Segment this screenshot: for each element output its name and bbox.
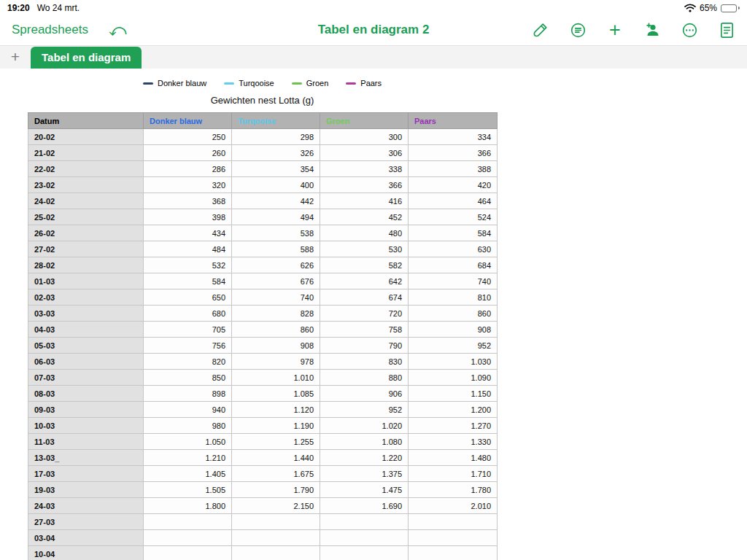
- cell[interactable]: 338: [320, 161, 409, 177]
- cell[interactable]: 908: [232, 338, 320, 354]
- spreadsheets-back-button[interactable]: Spreadsheets: [12, 23, 88, 37]
- cell[interactable]: 828: [232, 306, 320, 322]
- row-header-date[interactable]: 25-02: [28, 209, 144, 225]
- row-header-date[interactable]: 27-02: [28, 241, 144, 257]
- cell[interactable]: 790: [320, 338, 409, 354]
- row-header-date[interactable]: 06-03: [28, 354, 144, 370]
- cell[interactable]: 494: [232, 209, 320, 225]
- row-header-date[interactable]: 28-02: [28, 257, 144, 273]
- cell[interactable]: 1.200: [409, 402, 498, 418]
- cell[interactable]: 1.440: [232, 450, 320, 466]
- sheet-tab-tabel-en-diagram[interactable]: Tabel en diagram: [31, 47, 142, 69]
- cell[interactable]: [320, 546, 409, 560]
- cell[interactable]: [232, 514, 320, 530]
- cell[interactable]: 830: [320, 354, 409, 370]
- row-header-date[interactable]: 22-02: [28, 161, 144, 177]
- column-header[interactable]: Paars: [409, 113, 498, 129]
- cell[interactable]: 1.475: [320, 482, 409, 498]
- cell[interactable]: 980: [144, 418, 232, 434]
- cell[interactable]: 650: [144, 289, 232, 306]
- cell[interactable]: 1.690: [320, 498, 409, 514]
- cell[interactable]: 388: [409, 161, 498, 177]
- row-header-date[interactable]: 04-03: [28, 322, 144, 338]
- cell[interactable]: 434: [144, 225, 232, 241]
- cell[interactable]: [232, 546, 320, 560]
- cell[interactable]: 300: [320, 129, 409, 145]
- cell[interactable]: 705: [144, 322, 232, 338]
- cell[interactable]: 452: [320, 209, 409, 225]
- cell[interactable]: [409, 514, 498, 530]
- cell[interactable]: 530: [320, 241, 409, 257]
- cell[interactable]: 850: [144, 370, 232, 386]
- cell[interactable]: 398: [144, 209, 232, 225]
- cell[interactable]: 298: [232, 129, 320, 145]
- cell[interactable]: 860: [232, 322, 320, 338]
- cell[interactable]: 260: [144, 145, 232, 161]
- cell[interactable]: 416: [320, 193, 409, 209]
- cell[interactable]: 1.150: [409, 386, 498, 402]
- cell[interactable]: 1.780: [409, 482, 498, 498]
- cell[interactable]: 1.010: [232, 370, 320, 386]
- column-header[interactable]: Datum: [28, 113, 144, 129]
- cell[interactable]: 250: [144, 129, 232, 145]
- cell[interactable]: 584: [409, 225, 498, 241]
- cell[interactable]: 1.675: [232, 466, 320, 482]
- row-header-date[interactable]: 08-03: [28, 386, 144, 402]
- cell[interactable]: 898: [144, 386, 232, 402]
- cell[interactable]: 740: [409, 273, 498, 289]
- row-header-date[interactable]: 01-03: [28, 273, 144, 289]
- row-header-date[interactable]: 17-03: [28, 466, 144, 482]
- cell[interactable]: 1.050: [144, 434, 232, 450]
- cell[interactable]: 1.480: [409, 450, 498, 466]
- cell[interactable]: 320: [144, 177, 232, 193]
- cell[interactable]: 1.330: [409, 434, 498, 450]
- undo-icon[interactable]: ⤺: [109, 22, 127, 39]
- document-icon[interactable]: [718, 21, 735, 39]
- cell[interactable]: 740: [232, 289, 320, 306]
- cell[interactable]: 368: [144, 193, 232, 209]
- cell[interactable]: [232, 530, 320, 546]
- cell[interactable]: 2.010: [409, 498, 498, 514]
- row-header-date[interactable]: 24-03: [28, 498, 144, 514]
- cell[interactable]: 680: [144, 306, 232, 322]
- cell[interactable]: 1.710: [409, 466, 498, 482]
- cell[interactable]: 1.255: [232, 434, 320, 450]
- collaborate-icon[interactable]: [643, 21, 661, 39]
- cell[interactable]: 524: [409, 209, 498, 225]
- add-sheet-button[interactable]: +: [6, 49, 25, 69]
- cell[interactable]: 908: [409, 322, 498, 338]
- row-header-date[interactable]: 11-03: [28, 434, 144, 450]
- cell[interactable]: 326: [232, 145, 320, 161]
- cell[interactable]: 1.375: [320, 466, 409, 482]
- cell[interactable]: 1.220: [320, 450, 409, 466]
- cell[interactable]: 1.210: [144, 450, 232, 466]
- cell[interactable]: [409, 530, 498, 546]
- row-header-date[interactable]: 27-03: [28, 514, 144, 530]
- format-brush-icon[interactable]: [532, 21, 549, 39]
- row-header-date[interactable]: 09-03: [28, 402, 144, 418]
- row-header-date[interactable]: 10-03: [28, 418, 144, 434]
- cell[interactable]: 420: [409, 177, 498, 193]
- row-header-date[interactable]: 24-02: [28, 193, 144, 209]
- cell[interactable]: [144, 514, 232, 530]
- cell[interactable]: 484: [144, 241, 232, 257]
- cell[interactable]: 582: [320, 257, 409, 273]
- cell[interactable]: [144, 546, 232, 560]
- column-header[interactable]: Turqooise: [232, 113, 320, 129]
- row-header-date[interactable]: 26-02: [28, 225, 144, 241]
- cell[interactable]: 286: [144, 161, 232, 177]
- cell[interactable]: 860: [409, 306, 498, 322]
- cell[interactable]: 306: [320, 145, 409, 161]
- cell[interactable]: 2.150: [232, 498, 320, 514]
- cell[interactable]: 538: [232, 225, 320, 241]
- row-header-date[interactable]: 02-03: [28, 289, 144, 306]
- cell[interactable]: 674: [320, 289, 409, 306]
- cell[interactable]: 1.030: [409, 354, 498, 370]
- cell[interactable]: 588: [232, 241, 320, 257]
- cell[interactable]: [320, 514, 409, 530]
- cell[interactable]: 400: [232, 177, 320, 193]
- cell[interactable]: 1.800: [144, 498, 232, 514]
- row-header-date[interactable]: 05-03: [28, 338, 144, 354]
- cell[interactable]: 1.120: [232, 402, 320, 418]
- column-header[interactable]: Groen: [320, 113, 409, 129]
